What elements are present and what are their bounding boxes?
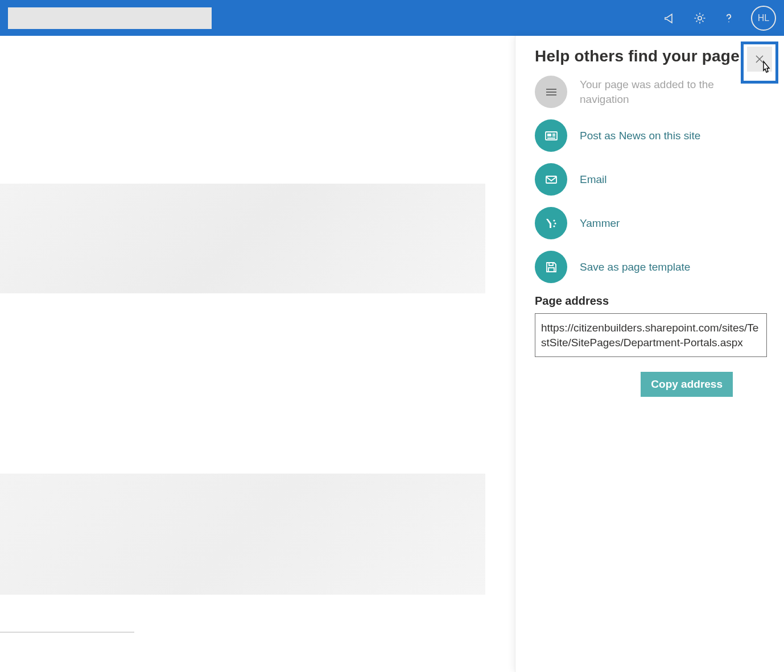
content-divider [0, 632, 134, 633]
page-address-field[interactable]: https://citizenbuilders.sharepoint.com/s… [535, 313, 767, 357]
megaphone-icon[interactable] [663, 11, 677, 25]
option-yammer[interactable]: Yammer [535, 207, 765, 239]
content-band [0, 184, 485, 293]
svg-rect-8 [549, 263, 553, 266]
option-post-news[interactable]: Post as News on this site [535, 119, 765, 152]
content-area [0, 36, 515, 672]
copy-address-button[interactable]: Copy address [641, 372, 733, 397]
yammer-icon [535, 207, 567, 239]
panel-title: Help others find your page [535, 47, 765, 65]
close-button[interactable] [747, 47, 772, 72]
option-label: Post as News on this site [580, 128, 700, 143]
news-icon [535, 119, 567, 152]
svg-point-7 [553, 225, 555, 227]
save-icon [535, 251, 567, 283]
option-label: Your page was added to the navigation [580, 77, 765, 106]
search-input[interactable] [8, 7, 212, 29]
email-icon [535, 163, 567, 196]
svg-point-5 [553, 219, 555, 221]
option-navigation-added: Your page was added to the navigation [535, 76, 765, 108]
page-address-label: Page address [535, 294, 765, 308]
svg-rect-4 [546, 176, 556, 183]
option-save-template[interactable]: Save as page template [535, 251, 765, 283]
header-bar: HL [0, 0, 784, 36]
help-panel: Help others find your page Your page was… [515, 36, 784, 672]
svg-point-1 [728, 21, 729, 22]
option-label: Email [580, 172, 607, 187]
option-email[interactable]: Email [535, 163, 765, 196]
svg-rect-9 [548, 268, 554, 272]
svg-point-0 [698, 16, 702, 19]
avatar-initials: HL [758, 13, 769, 23]
gear-icon[interactable] [693, 11, 707, 25]
avatar[interactable]: HL [751, 6, 776, 31]
content-inner [0, 36, 515, 672]
help-icon[interactable] [723, 12, 735, 24]
svg-point-6 [554, 222, 556, 224]
header-right: HL [663, 6, 776, 31]
option-label: Save as page template [580, 260, 690, 275]
svg-rect-3 [547, 134, 551, 136]
close-highlight [741, 42, 778, 84]
content-band [0, 474, 485, 595]
menu-icon [535, 76, 567, 108]
option-label: Yammer [580, 216, 620, 231]
